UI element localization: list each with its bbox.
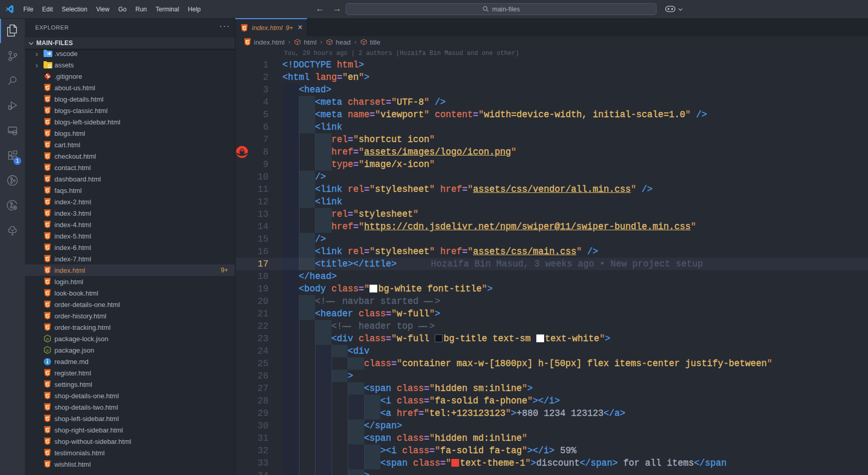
svg-text:js: js — [46, 337, 49, 341]
svg-text:js: js — [46, 348, 49, 353]
